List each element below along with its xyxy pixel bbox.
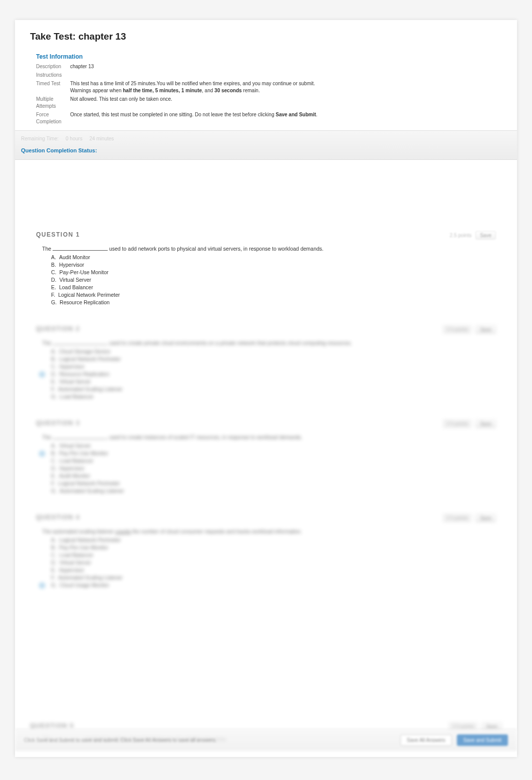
question-3-text: The used to create instances of scaled I… [42, 434, 496, 440]
option-letter: F. [51, 386, 55, 392]
question-3-option-b[interactable]: B.Pay-Per-Use Monitor [51, 450, 496, 456]
option-text: Load Balancer [60, 458, 94, 464]
question-2-option-f[interactable]: F.Automated Scaling Listener [51, 386, 496, 392]
question-4-points: 2.5 points [443, 514, 471, 522]
question-1-option-g[interactable]: G.Resource Replication [51, 299, 496, 305]
question-4-option-b[interactable]: B.Pay-Per-Use Monitor [51, 544, 496, 550]
question-4: QUESTION 4 2.5 points Save The automated… [36, 514, 496, 588]
question-2-option-e[interactable]: E.Virtual Server [51, 378, 496, 384]
option-letter: A. [51, 443, 56, 449]
option-text: Virtual Server [59, 443, 91, 449]
option-text: Pay-Per-Use Monitor [59, 450, 108, 456]
radio-selected-icon [39, 371, 45, 377]
option-letter: F. [51, 480, 55, 486]
question-1-save-button[interactable]: Save [475, 231, 496, 240]
option-letter: B. [51, 262, 56, 268]
option-text: Pay-Per-Use Monitor [60, 269, 109, 275]
option-letter: A. [51, 254, 56, 260]
question-1-option-a[interactable]: A.Audit Monitor [51, 254, 496, 260]
question-4-text: The automated scaling listener counts th… [42, 528, 496, 534]
option-letter: E. [51, 473, 56, 479]
option-letter: E. [51, 284, 56, 290]
option-letter: D. [51, 465, 57, 471]
question-2-text: The used to create private cloud environ… [42, 340, 496, 346]
question-4-option-d[interactable]: D.Virtual Server [51, 559, 496, 565]
question-1-option-f[interactable]: F.Logical Network Perimeter [51, 292, 496, 298]
option-letter: B. [51, 544, 56, 550]
timed-test-label: Timed Test [36, 80, 70, 94]
save-and-submit-button[interactable]: Save and Submit [457, 734, 508, 746]
question-4-option-e[interactable]: E.Hypervisor [51, 567, 496, 573]
option-text: Load Balancer [60, 394, 94, 400]
option-text: Resource Replication [60, 299, 110, 305]
question-1-text: The used to add network ports to physica… [42, 246, 496, 252]
force-completion-label: Force Completion [36, 111, 70, 125]
test-information-header: Test Information [36, 53, 502, 60]
question-1-option-b[interactable]: B.Hypervisor [51, 262, 496, 268]
question-2-option-c[interactable]: C.Hypervisor [51, 363, 496, 369]
option-letter: B. [51, 450, 56, 456]
question-2-option-b[interactable]: B.Logical Network Perimeter [51, 356, 496, 362]
option-text: Hypervisor [60, 363, 85, 369]
question-3-save-button[interactable]: Save [475, 420, 496, 428]
question-2-title: QUESTION 2 [36, 325, 80, 332]
option-letter: A. [51, 537, 56, 543]
question-1-option-c[interactable]: C.Pay-Per-Use Monitor [51, 269, 496, 275]
radio-selected-icon [39, 582, 45, 589]
option-text: Hypervisor [59, 567, 84, 573]
option-text: Cloud Storage Device [59, 348, 110, 354]
option-text: Hypervisor [59, 262, 84, 268]
option-letter: D. [51, 277, 57, 283]
footer-hint: Click Save and Submit to save and submit… [24, 737, 217, 743]
question-3-option-g[interactable]: G.Automated Scaling Listener [51, 488, 496, 494]
question-2-save-button[interactable]: Save [475, 325, 496, 334]
option-text: Automated Scaling Listener [58, 386, 122, 392]
option-text: Virtual Server [60, 559, 91, 565]
option-text: Logical Network Perimeter [58, 480, 120, 486]
question-1-title: QUESTION 1 [36, 231, 80, 238]
option-letter: D. [51, 371, 57, 377]
option-text: Load Balancer [59, 284, 93, 290]
question-2-option-a[interactable]: A.Cloud Storage Device [51, 348, 496, 354]
option-letter: G. [51, 488, 57, 494]
instructions-label: Instructions [36, 72, 70, 79]
question-4-option-g[interactable]: G.Cloud Usage Monitor [51, 582, 496, 588]
status-bar: Remaining Time: 0 hours 24 minutes Quest… [15, 130, 517, 160]
test-information-table: Description chapter 13 Instructions Time… [36, 63, 502, 125]
option-text: Logical Network Perimeter [59, 356, 121, 362]
option-text: Virtual Server [60, 277, 91, 283]
question-3-option-e[interactable]: E.Audit Monitor [51, 473, 496, 479]
option-letter: C. [51, 269, 57, 275]
page-title: Take Test: chapter 13 [30, 31, 502, 42]
question-4-option-c[interactable]: C.Load Balancer [51, 552, 496, 558]
description-label: Description [36, 63, 70, 70]
question-4-save-button[interactable]: Save [475, 514, 496, 522]
question-4-option-a[interactable]: A.Logical Network Perimeter [51, 537, 496, 543]
description-value: chapter 13 [70, 63, 502, 70]
option-text: Logical Network Perimeter [59, 537, 121, 543]
question-2-points: 2.5 points [443, 325, 471, 334]
option-letter: E. [51, 567, 56, 573]
question-1-option-d[interactable]: D.Virtual Server [51, 277, 496, 283]
question-1-option-e[interactable]: E.Load Balancer [51, 284, 496, 290]
save-all-answers-button[interactable]: Save All Answers [400, 734, 452, 746]
multiple-attempts-value: Not allowed. This test can only be taken… [70, 96, 502, 110]
question-3-option-d[interactable]: D.Hypervisor [51, 465, 496, 471]
option-letter: G. [51, 299, 57, 305]
radio-selected-icon [39, 451, 45, 457]
option-letter: C. [51, 458, 57, 464]
question-3-option-a[interactable]: A.Virtual Server [51, 443, 496, 449]
question-2-option-g[interactable]: G.Load Balancer [51, 394, 496, 400]
question-2-option-d[interactable]: D.Resource Replication [51, 371, 496, 377]
option-text: Load Balancer [60, 552, 94, 558]
instructions-value [70, 72, 502, 79]
question-completion-status-label: Question Completion Status: [21, 147, 511, 153]
question-4-title: QUESTION 4 [36, 514, 80, 521]
timed-test-value: This test has a time limit of 25 minutes… [70, 80, 502, 94]
question-1-points: 2.5 points [450, 233, 471, 238]
force-completion-value: Once started, this test must be complete… [70, 111, 502, 125]
footer-bar: Click Save and Submit to save and submit… [15, 729, 517, 751]
question-3-option-c[interactable]: C.Load Balancer [51, 458, 496, 464]
question-4-option-f[interactable]: F.Automated Scaling Listener [51, 574, 496, 580]
question-3-option-f[interactable]: F.Logical Network Perimeter [51, 480, 496, 486]
